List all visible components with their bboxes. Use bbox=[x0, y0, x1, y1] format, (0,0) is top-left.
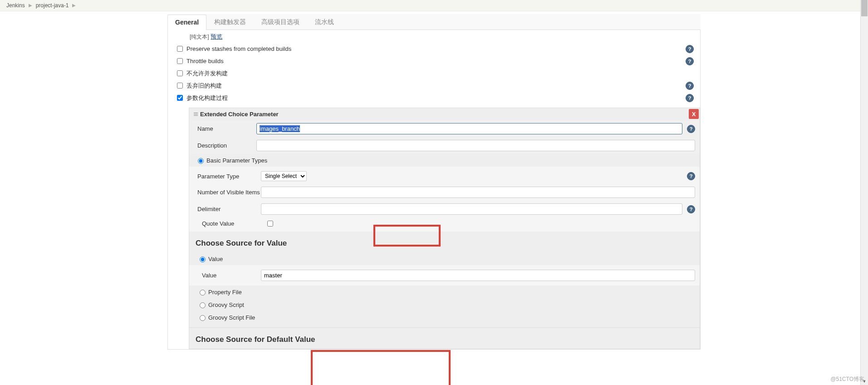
vertical-scrollbar[interactable]: ▲ ▼ bbox=[860, 0, 868, 385]
tab-advanced[interactable]: 高级项目选项 bbox=[254, 14, 307, 30]
groovy-script-file-label: Groovy Script File bbox=[208, 314, 255, 321]
parameterized-label: 参数化构建过程 bbox=[186, 94, 693, 102]
help-icon[interactable] bbox=[686, 82, 694, 90]
discard-old-checkbox[interactable] bbox=[177, 83, 183, 89]
breadcrumb: Jenkins ▶ project-java-1 ▶ bbox=[0, 0, 868, 11]
breadcrumb-project[interactable]: project-java-1 bbox=[36, 0, 69, 11]
drag-handle-icon[interactable] bbox=[194, 113, 196, 116]
highlight-box bbox=[311, 350, 451, 385]
property-file-label: Property File bbox=[208, 289, 242, 296]
watermark: @51CTO博客 bbox=[830, 375, 864, 383]
config-tabs: General 构建触发器 高级项目选项 流水线 bbox=[167, 14, 701, 30]
help-icon[interactable] bbox=[686, 45, 694, 53]
help-icon[interactable] bbox=[687, 205, 695, 213]
basic-param-types-label: Basic Parameter Types bbox=[206, 157, 267, 164]
delete-parameter-button[interactable]: X bbox=[689, 109, 699, 119]
value-radio-label: Value bbox=[208, 256, 223, 262]
throttle-builds-label: Throttle builds bbox=[186, 58, 693, 64]
choose-source-default-title: Choose Source for Default Value bbox=[189, 327, 700, 349]
help-icon[interactable] bbox=[686, 94, 694, 102]
visible-items-label: Number of Visible Items bbox=[197, 189, 261, 196]
tab-pipeline[interactable]: 流水线 bbox=[307, 14, 342, 30]
preserve-stashes-checkbox[interactable] bbox=[177, 46, 183, 52]
help-icon[interactable] bbox=[687, 125, 695, 133]
description-input[interactable] bbox=[256, 140, 695, 151]
breadcrumb-jenkins[interactable]: Jenkins bbox=[6, 0, 25, 11]
ptype-select[interactable]: Single Select bbox=[261, 171, 307, 181]
no-concurrent-checkbox[interactable] bbox=[177, 70, 183, 76]
no-concurrent-label: 不允许并发构建 bbox=[186, 69, 693, 78]
name-input[interactable]: images_branch bbox=[260, 125, 300, 132]
preview-link[interactable]: 预览 bbox=[211, 33, 222, 40]
value-input[interactable] bbox=[261, 270, 695, 281]
quote-value-label: Quote Value bbox=[202, 220, 265, 227]
delimiter-label: Delimiter bbox=[197, 206, 261, 212]
preserve-stashes-label: Preserve stashes from completed builds bbox=[186, 45, 693, 52]
groovy-script-file-radio[interactable] bbox=[200, 315, 206, 321]
choose-source-value-title: Choose Source for Value bbox=[189, 232, 700, 252]
help-icon[interactable] bbox=[687, 172, 695, 180]
name-label: Name bbox=[197, 125, 256, 132]
parameter-title: Extended Choice Parameter bbox=[200, 111, 279, 118]
value-radio[interactable] bbox=[200, 257, 206, 262]
value-label: Value bbox=[202, 272, 261, 279]
tab-general[interactable]: General bbox=[167, 15, 206, 30]
help-icon[interactable] bbox=[686, 57, 694, 65]
groovy-script-label: Groovy Script bbox=[208, 301, 244, 308]
basic-param-types-radio[interactable] bbox=[198, 158, 204, 164]
plaintext-label: [纯文本] bbox=[190, 34, 209, 40]
description-label: Description bbox=[197, 142, 256, 149]
quote-value-checkbox[interactable] bbox=[267, 221, 273, 227]
groovy-script-radio[interactable] bbox=[200, 302, 206, 308]
scroll-thumb[interactable] bbox=[861, 0, 868, 16]
discard-old-label: 丢弃旧的构建 bbox=[186, 82, 693, 90]
visible-items-input[interactable] bbox=[261, 187, 695, 198]
chevron-right-icon: ▶ bbox=[29, 0, 32, 11]
tab-build-trigger[interactable]: 构建触发器 bbox=[206, 14, 254, 30]
chevron-right-icon: ▶ bbox=[72, 0, 76, 11]
property-file-radio[interactable] bbox=[200, 290, 206, 296]
delimiter-input[interactable] bbox=[261, 203, 682, 215]
throttle-builds-checkbox[interactable] bbox=[177, 58, 183, 64]
ptype-label: Parameter Type bbox=[197, 173, 261, 180]
parameterized-checkbox[interactable] bbox=[177, 95, 183, 101]
